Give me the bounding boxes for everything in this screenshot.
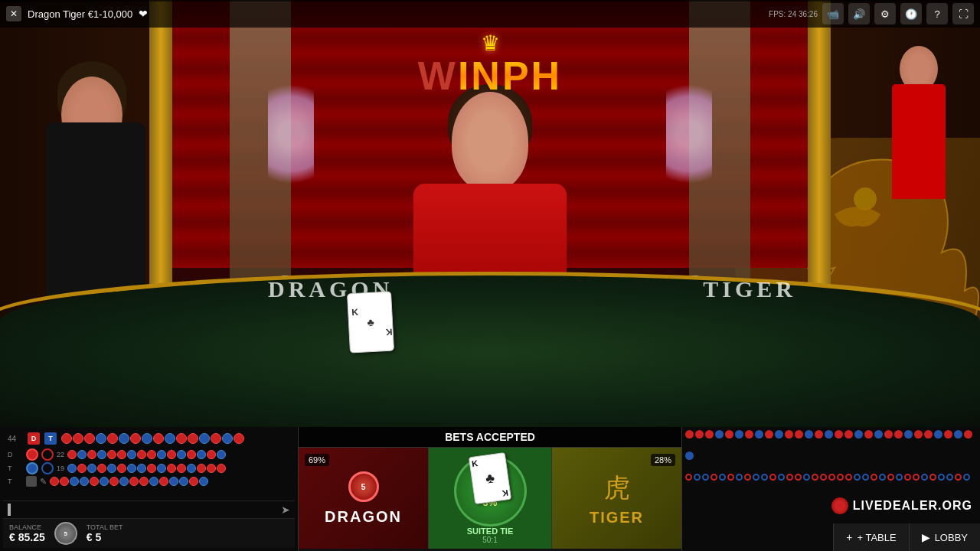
table-button[interactable]: + + TABLE	[833, 523, 908, 551]
top-bar-right: FPS: 24 36:26 📹 🔊 ⚙ 🕐 ? ⛶	[769, 3, 974, 24]
bead-dot	[107, 450, 116, 459]
road-map-dot	[854, 430, 863, 439]
table-label: + TABLE	[857, 532, 896, 543]
road-map-dot	[864, 430, 873, 439]
livedealer-text: LIVEDEALER.ORG	[853, 499, 972, 513]
dealer-head	[452, 92, 528, 191]
road-map-dot	[914, 430, 923, 439]
lobby-button[interactable]: ▶ LOBBY	[909, 523, 980, 551]
tie-stat-label: T	[8, 478, 23, 485]
balance-label: BALANCE	[9, 523, 45, 531]
bead-dot	[61, 433, 72, 444]
road-map-small-dot	[694, 474, 701, 481]
tie-count-row: T ✎	[8, 476, 290, 487]
road-map-small-dot	[736, 474, 743, 481]
road-section: D 22 T 19 T ✎	[3, 447, 295, 488]
bead-dot	[127, 450, 136, 459]
tie-bet-area[interactable]: K ♣ K 11:1 TIE 3% SUITED TIE 50:1	[429, 448, 551, 549]
bead-dot	[169, 477, 178, 486]
bead-dot	[90, 477, 99, 486]
dragon-stat-label: D	[8, 451, 23, 458]
history-icon-btn[interactable]: 🕐	[900, 3, 922, 24]
tiger-bet-percent: 28%	[651, 454, 675, 466]
balance-value: € 85.25	[9, 531, 45, 543]
road-map-dot	[944, 430, 952, 439]
bead-dot	[70, 477, 79, 486]
road-map-dot	[775, 430, 783, 439]
bead-dot	[77, 464, 87, 473]
dragon-bet-area[interactable]: 69% 5 DRAGON	[299, 448, 429, 549]
favorite-button[interactable]: ❤	[139, 8, 148, 20]
road-map-dot	[685, 452, 694, 460]
settings-icon-btn[interactable]: ⚙	[874, 3, 896, 24]
dragon-count-row: D 22	[8, 448, 290, 461]
balance-row: BALANCE € 85.25 5 TOTAL BET € 5	[3, 518, 295, 548]
casino-logo: ♛ WINPH	[418, 31, 562, 96]
road-map-row-1	[685, 430, 977, 471]
bead-dot	[149, 477, 158, 486]
bead-dot	[137, 464, 146, 473]
road-map-small-dot	[769, 474, 776, 481]
road-map-dot	[795, 430, 803, 439]
tiger-dot-large	[26, 462, 38, 474]
dragon-count: 22	[57, 451, 64, 458]
chat-input-field[interactable]	[14, 504, 278, 515]
help-icon-btn[interactable]: ?	[926, 3, 948, 24]
bead-dot	[222, 433, 233, 444]
right-stats-panel: LIVEDEALER.ORG + + TABLE ▶ LOBBY	[681, 427, 980, 551]
bead-dot	[217, 464, 226, 473]
close-button[interactable]: ✕	[6, 6, 21, 21]
bead-dot	[211, 433, 221, 444]
bead-dot	[199, 433, 210, 444]
bead-dot	[130, 433, 141, 444]
send-message-button[interactable]: ➤	[281, 504, 290, 516]
road-map-small-dot	[710, 474, 717, 481]
background-figure	[880, 46, 957, 199]
road-map-small-dot	[719, 474, 726, 481]
bead-dot	[167, 464, 176, 473]
road-map-small-dot	[786, 474, 793, 481]
tiger-count-row: T 19	[8, 462, 290, 474]
bead-dot	[197, 464, 206, 473]
flowers-right	[666, 77, 712, 191]
center-betting-panel: BETS ACCEPTED 69% 5 DRAGON K ♣ K	[299, 427, 681, 551]
bead-dot	[137, 450, 146, 459]
action-buttons-group: + + TABLE ▶ LOBBY	[833, 523, 980, 551]
game-title: Dragon Tiger €1-10,000	[28, 8, 132, 20]
tiger-bet-area[interactable]: 28% 虎 TIGER	[551, 448, 681, 549]
bg-figure-body	[892, 84, 946, 199]
tiger-chinese-character: 虎	[604, 471, 630, 506]
livedealer-branding: LIVEDEALER.ORG	[831, 497, 972, 514]
suited-tie-section: SUITED TIE 50:1	[467, 527, 514, 544]
tiger-count: 19	[57, 465, 64, 472]
bead-dot	[84, 433, 95, 444]
bead-dot	[100, 477, 109, 486]
bead-dot	[153, 433, 164, 444]
bead-dot	[119, 433, 129, 444]
road-map-small-dot	[744, 474, 751, 481]
road-map-small-dot	[946, 474, 953, 481]
road-map-dot	[835, 430, 843, 439]
sound-icon-btn[interactable]: 🔊	[848, 3, 870, 24]
card-suit-icon: ♣	[485, 470, 496, 487]
total-bet-section: TOTAL BET € 5	[87, 523, 123, 543]
bead-dot	[107, 433, 118, 444]
bead-dot	[157, 464, 166, 473]
bead-dot	[127, 464, 136, 473]
tiger-stat-label: T	[8, 465, 23, 472]
bead-dot	[60, 477, 69, 486]
tiger-dot-outline	[41, 462, 54, 474]
fullscreen-icon-btn[interactable]: ⛶	[952, 3, 974, 24]
logo-rest-text: INPH	[458, 54, 562, 98]
road-map-dot	[685, 430, 694, 439]
road-map-dot	[884, 430, 893, 439]
bead-road-row2	[67, 450, 226, 459]
camera-icon-btn[interactable]: 📹	[822, 3, 844, 24]
bead-dot	[199, 477, 208, 486]
road-map-small-dot	[938, 474, 945, 481]
road-map-small-dot	[929, 474, 936, 481]
bottom-panel: 44 D T D 22 T 19	[0, 427, 980, 551]
bead-dot	[157, 450, 166, 459]
road-map-small-dot	[727, 474, 734, 481]
chat-input-area: ➤	[3, 500, 295, 518]
